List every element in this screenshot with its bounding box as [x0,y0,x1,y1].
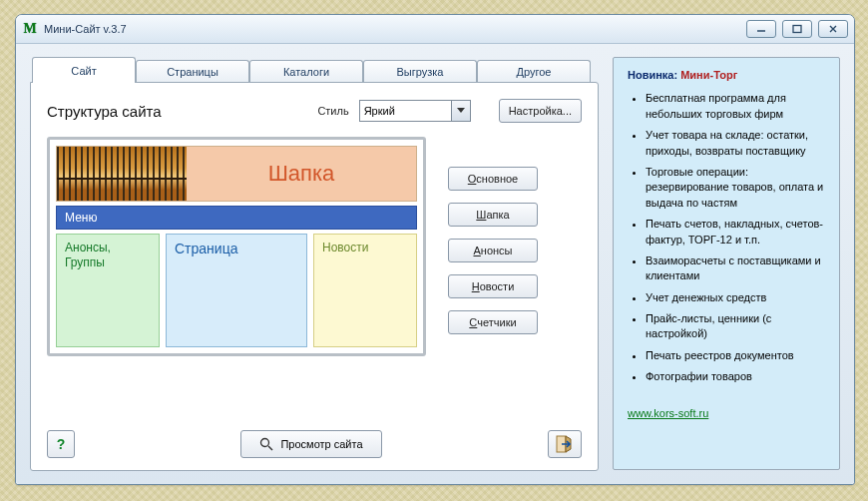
list-item: Печать реестров документов [646,348,827,363]
main-button[interactable]: Основное [448,167,538,191]
chevron-down-icon [451,101,470,121]
anons-button[interactable]: Анонсы [448,239,538,262]
preview-page: Страница [166,234,307,347]
tab-catalog[interactable]: Каталоги [249,60,363,82]
promo-panel: Новинка: Мини-Торг Бесплатная программа … [613,57,840,470]
style-label: Стиль [317,105,348,117]
tab-pages[interactable]: Страницы [136,60,249,82]
list-item: Учет товара на складе: остатки, приходы,… [646,128,827,159]
window-title: Мини-Сайт v.3.7 [44,23,746,35]
preview-menu: Меню [56,206,417,230]
minimize-icon [755,24,767,34]
promo-link[interactable]: www.kors-soft.ru [628,407,708,419]
exit-button[interactable] [548,430,582,458]
panel-heading: Структура сайта [47,103,307,120]
promo-title: Новинка: Мини-Торг [628,68,827,83]
preview-header-image [57,147,187,201]
tab-export[interactable]: Выгрузка [363,60,477,82]
tab-site[interactable]: Сайт [32,57,136,83]
list-item: Бесплатная программа для небольших торго… [646,91,827,122]
preview-header: Шапка [56,146,417,202]
svg-point-1 [261,439,269,447]
minimize-button[interactable] [746,20,776,38]
titlebar: M Мини-Сайт v.3.7 [16,15,854,44]
header-button[interactable]: Шапка [448,203,538,227]
app-window: M Мини-Сайт v.3.7 Сайт Страницы Каталоги… [15,14,855,485]
list-item: Учет денежных средств [646,290,827,305]
tab-bar: Сайт Страницы Каталоги Выгрузка Другое [30,57,599,82]
news-button[interactable]: Новости [448,274,538,298]
promo-list: Бесплатная программа для небольших торго… [628,91,827,384]
preview-news: Новости [313,234,417,347]
style-combo-value: Яркий [360,105,451,117]
list-item: Фотографии товаров [646,369,827,384]
preview-site-button[interactable]: Просмотр сайта [240,430,381,458]
list-item: Взаиморасчеты с поставщиками и клиентами [646,253,827,284]
tab-panel-site: Структура сайта Стиль Яркий Настройка... [30,82,599,471]
tab-other[interactable]: Другое [477,60,591,82]
exit-icon [556,435,574,453]
preview-anons: Анонсы, Группы [56,234,160,347]
settings-button[interactable]: Настройка... [499,99,582,123]
preview-header-label: Шапка [187,147,416,201]
list-item: Торговые операции: резервирование товаро… [646,165,827,211]
magnifier-icon [259,437,273,451]
list-item: Прайс-листы, ценники (с настройкой) [646,311,827,342]
svg-rect-0 [793,26,801,33]
counters-button[interactable]: Счетчики [448,310,538,334]
site-layout-preview: Шапка Меню Анонсы, Группы Страница Новос… [47,137,426,356]
help-button[interactable]: ? [47,430,75,458]
list-item: Печать счетов, накладных, счетов-фактур,… [646,217,827,248]
maximize-icon [791,24,803,34]
close-icon [827,24,839,34]
style-combo[interactable]: Яркий [359,100,471,122]
close-button[interactable] [818,20,848,38]
app-icon: M [22,21,38,37]
maximize-button[interactable] [782,20,812,38]
